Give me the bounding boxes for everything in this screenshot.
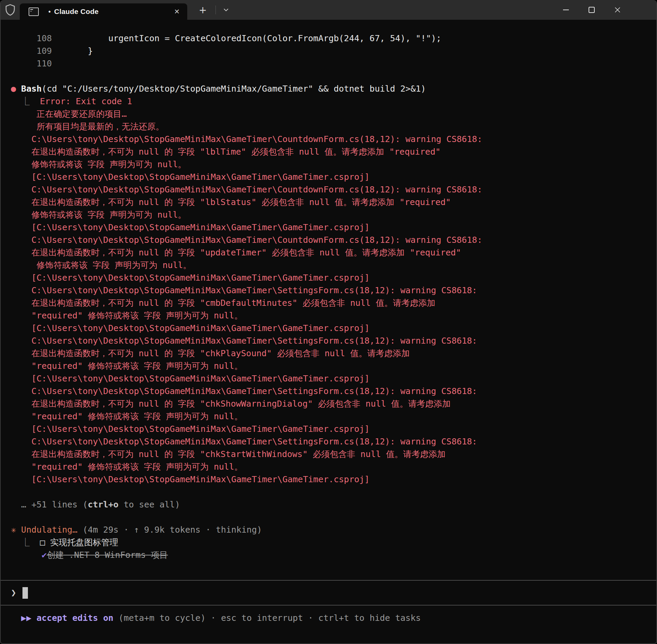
terminal-line: "required" 修饰符或将该 字段 声明为可为 null。 bbox=[11, 360, 651, 372]
terminal-text-segment: (meta+m to cycle) bbox=[113, 613, 206, 623]
tab-title: Claude Code bbox=[54, 7, 171, 16]
terminal-line: C:\Users\tony\Desktop\StopGameMiniMax\Ga… bbox=[11, 284, 651, 297]
terminal-text-segment: C:\Users\tony\Desktop\StopGameMiniMax\Ga… bbox=[11, 285, 477, 295]
close-icon bbox=[614, 7, 621, 13]
maximize-button[interactable] bbox=[579, 0, 605, 20]
terminal-text-segment: [C:\Users\tony\Desktop\StopGameMiniMax\G… bbox=[11, 172, 370, 182]
terminal-text-segment: "required" 修饰符或将该 字段 声明为可为 null。 bbox=[11, 311, 243, 320]
terminal-line bbox=[11, 486, 651, 498]
terminal-line: C:\Users\tony\Desktop\StopGameMiniMax\Ga… bbox=[11, 334, 651, 347]
tab-claude-code[interactable]: • Claude Code ✕ bbox=[20, 3, 187, 20]
terminal-text-segment: 在退出构造函数时，不可为 null 的 字段 "chkPlaySound" 必须… bbox=[11, 348, 410, 358]
terminal-line: C:\Users\tony\Desktop\StopGameMiniMax\Ga… bbox=[11, 435, 651, 448]
terminal-line: C:\Users\tony\Desktop\StopGameMiniMax\Ga… bbox=[11, 385, 651, 397]
terminal-text-segment: [C:\Users\tony\Desktop\StopGameMiniMax\G… bbox=[11, 323, 370, 333]
terminal-text-segment: 在退出构造函数时，不可为 null 的 字段 "lblStatus" 必须包含非… bbox=[11, 197, 451, 207]
terminal-line: [C:\Users\tony\Desktop\StopGameMiniMax\G… bbox=[11, 221, 651, 234]
new-tab-button[interactable]: + bbox=[187, 0, 215, 20]
terminal-line: 在退出构造函数时，不可为 null 的 字段 "chkShowWarningDi… bbox=[11, 397, 651, 410]
terminal-text-segment: □ 实现托盘图标管理 bbox=[40, 537, 118, 547]
admin-shield-icon bbox=[1, 0, 20, 20]
terminal-line: 在退出构造函数时，不可为 null 的 字段 "cmbDefaultMinute… bbox=[11, 297, 651, 309]
terminal-text-segment: 在退出构造函数时，不可为 null 的 字段 "lblTime" 必须包含非 n… bbox=[11, 147, 440, 157]
terminal-text-segment: 109 bbox=[11, 46, 52, 56]
terminal-line: [C:\Users\tony\Desktop\StopGameMiniMax\G… bbox=[11, 473, 651, 486]
terminal-line: [C:\Users\tony\Desktop\StopGameMiniMax\G… bbox=[11, 423, 651, 435]
titlebar: • Claude Code ✕ + bbox=[1, 0, 656, 20]
terminal-line: 在退出构造函数时，不可为 null 的 字段 "lblTime" 必须包含非 n… bbox=[11, 145, 651, 158]
terminal-line: [C:\Users\tony\Desktop\StopGameMiniMax\G… bbox=[11, 322, 651, 334]
terminal-line: 在退出构造函数时，不可为 null 的 字段 "chkPlaySound" 必须… bbox=[11, 347, 651, 360]
terminal-line: 修饰符或将该 字段 声明为可为 null。 bbox=[11, 208, 651, 221]
shield-icon bbox=[5, 4, 16, 16]
terminal-text-segment bbox=[11, 613, 21, 623]
terminal-text-segment: (4m 29s · ↑ 9.9k tokens · thinking) bbox=[83, 525, 262, 535]
terminal-text-segment: Error: Exit code 1 bbox=[40, 96, 132, 106]
terminal-text-segment: ✳ Undulating… bbox=[11, 525, 83, 535]
terminal-line: C:\Users\tony\Desktop\StopGameMiniMax\Ga… bbox=[11, 133, 651, 145]
terminal-text-segment: ✔ bbox=[42, 550, 47, 560]
terminal-text-segment: [C:\Users\tony\Desktop\StopGameMiniMax\G… bbox=[11, 222, 370, 232]
terminal-line: … +51 lines (ctrl+o to see all) bbox=[11, 498, 651, 511]
terminal-text-segment: C:\Users\tony\Desktop\StopGameMiniMax\Ga… bbox=[11, 235, 482, 245]
terminal-text-segment: 在退出构造函数时，不可为 null 的 字段 "chkStartWithWind… bbox=[11, 449, 446, 459]
terminal-line: 110 bbox=[11, 57, 651, 70]
terminal-text-segment: 修饰符或将该 字段 声明为可为 null。 bbox=[11, 159, 187, 169]
terminal-line: "required" 修饰符或将该 字段 声明为可为 null。 bbox=[11, 460, 651, 473]
terminal-text-segment: … +51 lines ( bbox=[11, 500, 88, 509]
terminal-line: ● Bash(cd "C:/Users/tony/Desktop/StopGam… bbox=[11, 82, 651, 95]
chevron-down-icon bbox=[223, 8, 229, 12]
prompt-input[interactable]: ❯ bbox=[1, 581, 656, 605]
terminal-text-segment: accept edits on bbox=[36, 613, 113, 623]
terminal-line: 所有项目均是最新的，无法还原。 bbox=[11, 120, 651, 133]
terminal-line: [C:\Users\tony\Desktop\StopGameMiniMax\G… bbox=[11, 171, 651, 183]
terminal-text-segment: ⎿ bbox=[11, 96, 40, 106]
terminal-line: 108 urgentIcon = CreateColoredIcon(Color… bbox=[11, 32, 651, 45]
terminal-line: ⎿ □ 实现托盘图标管理 bbox=[11, 536, 651, 549]
terminal-text-segment: "required" 修饰符或将该 字段 声明为可为 null。 bbox=[11, 411, 243, 421]
terminal-text-segment: C:\Users\tony\Desktop\StopGameMiniMax\Ga… bbox=[11, 185, 482, 194]
terminal-text-segment: 在退出构造函数时，不可为 null 的 字段 "updateTimer" 必须包… bbox=[11, 248, 461, 257]
close-button[interactable] bbox=[605, 0, 630, 20]
minimize-button[interactable] bbox=[553, 0, 579, 20]
terminal-line bbox=[11, 70, 651, 82]
prompt-chevron-icon: ❯ bbox=[11, 586, 16, 599]
terminal-text-segment: 所有项目均是最新的，无法还原。 bbox=[11, 122, 164, 131]
terminal-text-segment: [C:\Users\tony\Desktop\StopGameMiniMax\G… bbox=[11, 474, 370, 484]
terminal-line: C:\Users\tony\Desktop\StopGameMiniMax\Ga… bbox=[11, 234, 651, 246]
terminal-line: "required" 修饰符或将该 字段 声明为可为 null。 bbox=[11, 410, 651, 423]
terminal-text-segment: 在退出构造函数时，不可为 null 的 字段 "chkShowWarningDi… bbox=[11, 399, 451, 409]
maximize-icon bbox=[589, 7, 595, 13]
terminal-line: 修饰符或将该 字段 声明为可为 null。 bbox=[11, 158, 651, 171]
terminal-text-segment: · esc to interrupt · ctrl+t to hide task… bbox=[206, 613, 421, 623]
terminal-text-segment: Bash bbox=[21, 84, 42, 94]
minimize-icon bbox=[563, 10, 569, 10]
terminal-text-segment: "required" 修饰符或将该 字段 声明为可为 null。 bbox=[11, 361, 243, 371]
terminal-text-segment: } bbox=[52, 46, 93, 56]
terminal-line: [C:\Users\tony\Desktop\StopGameMiniMax\G… bbox=[11, 372, 651, 385]
status-bar: ▶▶ accept edits on (meta+m to cycle) · e… bbox=[1, 606, 656, 624]
tab-dropdown-button[interactable] bbox=[216, 0, 235, 20]
terminal-window: • Claude Code ✕ + bbox=[0, 0, 657, 644]
terminal-text-segment: ⎿ bbox=[11, 537, 40, 547]
terminal-text-segment: 创建 .NET 8 WinForms 项目 bbox=[47, 550, 168, 560]
terminal-text-segment bbox=[11, 550, 42, 560]
terminal-text-segment: [C:\Users\tony\Desktop\StopGameMiniMax\G… bbox=[11, 273, 370, 283]
terminal-pane: 108 urgentIcon = CreateColoredIcon(Color… bbox=[1, 20, 656, 624]
terminal-line: "required" 修饰符或将该 字段 声明为可为 null。 bbox=[11, 309, 651, 322]
terminal-text-segment: 正在确定要还原的项目… bbox=[11, 109, 127, 119]
tab-activity-dot: • bbox=[48, 8, 51, 16]
terminal-text-segment: (cd "C:/Users/tony/Desktop/StopGameMiniM… bbox=[42, 84, 426, 94]
tab-close-icon[interactable]: ✕ bbox=[171, 7, 183, 16]
terminal-text-segment: C:\Users\tony\Desktop\StopGameMiniMax\Ga… bbox=[11, 437, 477, 446]
terminal-line: 在退出构造函数时，不可为 null 的 字段 "chkStartWithWind… bbox=[11, 448, 651, 460]
terminal-text-segment: 110 bbox=[11, 59, 52, 68]
terminal-line: 109 } bbox=[11, 45, 651, 57]
terminal-text-segment: C:\Users\tony\Desktop\StopGameMiniMax\Ga… bbox=[11, 134, 482, 144]
terminal-text-segment: ctrl+o bbox=[88, 500, 118, 509]
text-cursor bbox=[22, 587, 28, 599]
terminal-text-segment: 在退出构造函数时，不可为 null 的 字段 "cmbDefaultMinute… bbox=[11, 298, 435, 308]
terminal-line: ✔创建 .NET 8 WinForms 项目 bbox=[11, 549, 651, 561]
terminal-text-segment: 108 bbox=[11, 33, 52, 43]
terminal-text-segment: [C:\Users\tony\Desktop\StopGameMiniMax\G… bbox=[11, 374, 370, 383]
